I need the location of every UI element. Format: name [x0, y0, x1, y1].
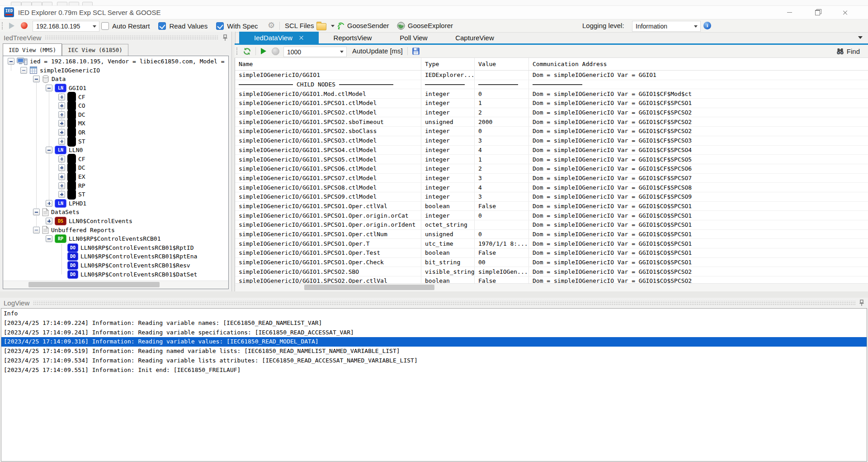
tree-item[interactable]: CF — [4, 92, 227, 101]
tab-close-icon[interactable] — [299, 35, 304, 40]
tab-reportsview[interactable]: ReportsView — [319, 32, 387, 43]
toolbar-grip[interactable] — [2, 22, 3, 29]
column-header-type[interactable]: Type — [421, 58, 475, 70]
tree-item-label[interactable]: LLN0$RP$ControlEventsRCB01$DatSet — [80, 271, 197, 278]
tree-item-label[interactable]: RP — [78, 182, 85, 189]
table-row[interactable]: simpleIOGenericIO/GGIO1.SPCSO9.ctlModeli… — [235, 192, 868, 202]
gear-icon[interactable]: ⚙ — [268, 21, 275, 29]
tree-item[interactable]: LNLPHD1 — [4, 199, 227, 208]
scl-files-label[interactable]: SCL Files — [285, 19, 314, 32]
tree-item-label[interactable]: Data — [52, 76, 66, 82]
table-row[interactable]: simpleIOGenericIO/GGIO1.SPCSO5.ctlModeli… — [235, 155, 868, 164]
tree-item-label[interactable]: DataSets — [51, 209, 80, 215]
expand-plus-icon[interactable] — [58, 191, 65, 198]
checkbox-box-icon[interactable] — [101, 22, 109, 30]
tree-item-label[interactable]: CF — [78, 94, 85, 100]
horizontal-splitter[interactable] — [0, 291, 868, 298]
logging-level-combo[interactable]: Information — [632, 21, 701, 32]
record-icon[interactable] — [21, 22, 28, 29]
collapse-minus-icon[interactable] — [33, 209, 40, 215]
checkbox-box-icon[interactable] — [216, 22, 224, 30]
tree-item[interactable]: DataSets — [4, 208, 227, 217]
expand-plus-icon[interactable] — [58, 164, 65, 171]
tree-item-label[interactable]: ST — [78, 191, 85, 198]
tree-item-label[interactable]: GGIO1 — [69, 85, 86, 91]
close-button[interactable] — [835, 6, 856, 19]
expand-plus-icon[interactable] — [46, 218, 52, 224]
tree-item-label[interactable]: DC — [78, 111, 85, 118]
tab-captureview[interactable]: CaptureView — [441, 32, 509, 43]
expand-plus-icon[interactable] — [58, 120, 65, 127]
table-row[interactable]: simpleIOGenericIO/GGIO1.Mod.ctlModelinte… — [235, 89, 868, 99]
ip-dropdown-arrow-icon[interactable] — [93, 25, 96, 28]
goose-explorer-label[interactable]: GooseExplorer — [408, 19, 453, 32]
log-pin-icon[interactable] — [859, 300, 864, 306]
tree-item[interactable]: CO — [4, 101, 227, 110]
tree-item[interactable]: DOLLN0$RP$ControlEventsRCB01$RptID — [4, 243, 227, 252]
tree-item[interactable]: DOLLN0$RP$ControlEventsRCB01$RptEna — [4, 252, 227, 261]
log-line[interactable]: Info — [1, 309, 867, 319]
tab-ieddataview[interactable]: IedDataView — [239, 32, 319, 43]
goose-sender-icon[interactable] — [337, 22, 345, 30]
table-row[interactable]: simpleIOGenericIO/GGIO1.SPCSO8.ctlModeli… — [235, 183, 868, 192]
table-row[interactable]: simpleIOGenericIO/GGIO1.SPCSO1.ctlModeli… — [235, 99, 868, 108]
table-row[interactable]: simpleIOGenericIO/GGIO1.SPCSO1.Oper.orig… — [235, 220, 868, 230]
refresh-icon[interactable] — [243, 47, 251, 56]
tab-list-dropdown-icon[interactable] — [858, 36, 863, 39]
collapse-minus-icon[interactable] — [46, 235, 52, 242]
tree-item-label[interactable]: ST — [78, 138, 85, 145]
table-row[interactable]: simpleIOGenericIO/GGIO1.SPCSO2.sboClassi… — [235, 127, 868, 136]
table-row[interactable]: CHILD NODES — [235, 80, 868, 90]
tree-item-label[interactable]: OR — [78, 129, 85, 136]
tree-item[interactable]: LNGGIO1 — [4, 84, 227, 93]
tree-item-label[interactable]: LLN0$RP$ControlEventsRCB01$Resv — [80, 262, 190, 269]
folder-icon[interactable] — [316, 23, 326, 30]
tree-item-label[interactable]: ied = 192.168.10.195, Vendor = libiec618… — [30, 58, 227, 65]
tree-item-label[interactable]: Unbuffered Reports — [51, 227, 115, 233]
expand-plus-icon[interactable] — [58, 156, 65, 162]
collapse-minus-icon[interactable] — [33, 227, 40, 233]
scl-dropdown-arrow-icon[interactable] — [331, 25, 335, 27]
tree-item[interactable]: ied = 192.168.10.195, Vendor = libiec618… — [4, 57, 227, 66]
table-row[interactable]: simpleIOGenericIO/GGIO1.SPCSO1.Oper.Chec… — [235, 258, 868, 267]
table-row[interactable]: simpleIOGenericIO/GGIO1.SPCSO2.sboTimeou… — [235, 117, 868, 127]
tree-item[interactable]: EX — [4, 172, 227, 181]
log-line[interactable]: [2023/4/25 17:14:09.534] Information: Re… — [1, 356, 867, 366]
tree-item[interactable]: RPLLN0$RP$ControlEventsRCB01 — [4, 234, 227, 243]
tree-item-label[interactable]: CO — [78, 102, 85, 109]
table-row[interactable]: simpleIOGenericIO/GGIO1.SPCSO1.Oper.Test… — [235, 248, 868, 258]
table-row[interactable]: simpleIOGenericIO/GGIO1.SPCSO4.ctlModeli… — [235, 146, 868, 155]
tree-item-label[interactable]: LLN0 — [69, 147, 83, 153]
tree-item[interactable]: simpleIOGenericIO — [4, 66, 227, 75]
tree-item-label[interactable]: CF — [78, 156, 85, 162]
expand-plus-icon[interactable] — [58, 102, 65, 109]
tree-item-label[interactable]: DC — [78, 164, 85, 171]
info-icon[interactable]: i — [703, 22, 711, 29]
restore-button[interactable] — [807, 6, 828, 19]
table-row[interactable]: simpleIOGenericIO/GGIO1.SPCSO1.Oper.orig… — [235, 211, 868, 220]
tree-scrollbar-thumb[interactable] — [28, 282, 160, 287]
table-row[interactable]: simpleIOGenericIO/GGIO1.SPCSO7.ctlModeli… — [235, 174, 868, 183]
table-row[interactable]: simpleIOGenericIO/GGIO1.SPCSO2.ctlModeli… — [235, 108, 868, 118]
collapse-minus-icon[interactable] — [8, 58, 14, 65]
tree-item[interactable]: Data — [4, 75, 227, 84]
log-line[interactable]: [2023/4/25 17:14:09.551] Information: In… — [1, 366, 867, 375]
collapse-minus-icon[interactable] — [20, 67, 27, 74]
tab-iec-view-61850-[interactable]: IEC View (61850) — [62, 44, 128, 56]
tree-horizontal-scrollbar[interactable] — [3, 281, 228, 289]
data-toolbar-grip[interactable] — [236, 48, 237, 55]
tree-item[interactable]: ST — [4, 190, 227, 199]
table-row[interactable]: simpleIOGenericIO/GGIO1.SPCSO1.Oper.ctlV… — [235, 202, 868, 211]
tree-item[interactable]: CF — [4, 155, 227, 164]
tree-item[interactable]: LNLLN0 — [4, 146, 227, 155]
column-header-name[interactable]: Name — [235, 58, 421, 70]
start-polling-icon[interactable] — [261, 48, 266, 54]
table-row[interactable]: simpleIOGenericIO/GGIO1IEDExplorer...Dom… — [235, 71, 868, 80]
expand-plus-icon[interactable] — [46, 200, 52, 207]
connect-play-icon[interactable] — [9, 23, 14, 29]
interval-dropdown-arrow-icon[interactable] — [340, 51, 344, 53]
tree-item[interactable]: DSLLN0$ControlEvents — [4, 217, 227, 226]
tab-poll-view[interactable]: Poll View — [387, 32, 441, 43]
tree-item[interactable]: RP — [4, 181, 227, 190]
minimize-button[interactable] — [779, 6, 800, 19]
